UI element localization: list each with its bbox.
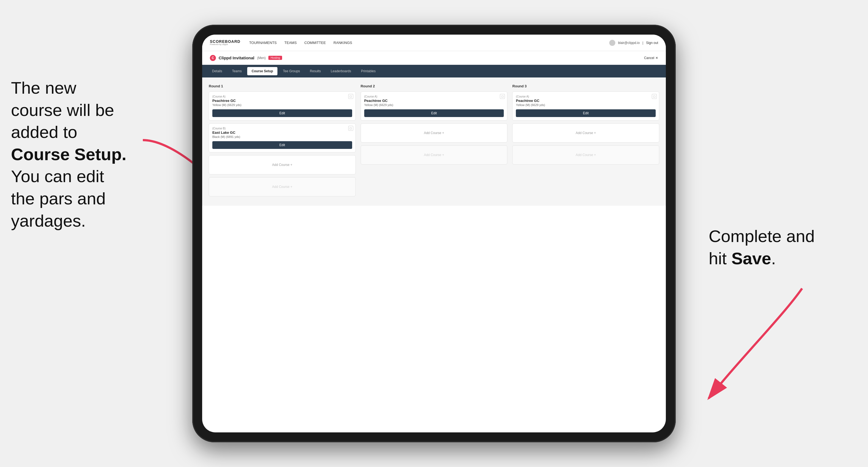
round-2-course-a-detail: Yellow (M) (6629 yds) (364, 103, 504, 106)
round-1-course-a-detail: Yellow (M) (6629 yds) (212, 103, 352, 106)
annotation-right-bold: Save (732, 249, 771, 268)
annotation-right: Complete and hit Save. (709, 225, 846, 270)
nav-link-rankings[interactable]: RANKINGS (334, 41, 352, 45)
nav-links: TOURNAMENTS TEAMS COMMITTEE RANKINGS (249, 41, 609, 45)
tab-leaderboards[interactable]: Leaderboards (326, 67, 355, 75)
round-2-course-a-edit-button[interactable]: Edit (364, 109, 504, 117)
nav-link-committee[interactable]: COMMITTEE (304, 41, 326, 45)
main-content: Round 1 (Course A) Peachtree GC Yellow (… (202, 77, 666, 206)
cancel-button[interactable]: Cancel ✕ (644, 56, 658, 60)
annotation-line-3: added to (11, 123, 77, 142)
annotation-line-7: yardages. (11, 211, 86, 230)
tablet-frame: SCOREBOARD Powered by clippd TOURNAMENTS… (192, 25, 676, 442)
tournament-title: Clippd Invitational (219, 56, 254, 60)
tournament-logo-icon: C (210, 55, 216, 61)
round-2-add-course-label: Add Course + (424, 131, 444, 135)
round-1-course-a-card: (Course A) Peachtree GC Yellow (M) (6629… (209, 91, 356, 121)
round-3-course-a-name: Peachtree GC (516, 99, 656, 103)
round-3-add-course-label: Add Course + (576, 131, 596, 135)
round-2-add-course-disabled: Add Course + (361, 145, 507, 164)
round-1-course-b-label: (Course B) (212, 127, 352, 130)
round-1-course-a-name: Peachtree GC (212, 99, 352, 103)
round-2-title: Round 2 (361, 84, 507, 88)
round-1-course-a-delete-button[interactable]: □ (348, 94, 353, 99)
round-3-add-course-disabled-label: Add Course + (576, 153, 596, 157)
round-1-course-b-detail: Black (M) (6891 yds) (212, 135, 352, 138)
annotation-right-line-2: hit (709, 249, 732, 268)
round-1-add-course-label: Add Course + (272, 163, 292, 167)
round-2-course-a-label: (Course A) (364, 95, 504, 98)
round-1-course-a-label: (Course A) (212, 95, 352, 98)
tab-details[interactable]: Details (208, 67, 227, 75)
cancel-icon: ✕ (655, 56, 658, 60)
nav-link-teams[interactable]: TEAMS (284, 41, 297, 45)
nav-divider: | (643, 41, 643, 45)
round-1-column: Round 1 (Course A) Peachtree GC Yellow (… (209, 84, 356, 199)
sub-tabs: Details Teams Course Setup Tee Groups Re… (202, 65, 666, 77)
tournament-name-group: C Clippd Invitational (Men) Hosting (210, 55, 282, 61)
round-1-course-b-edit-button[interactable]: Edit (212, 141, 352, 149)
round-3-course-a-delete-button[interactable]: □ (652, 94, 657, 99)
tab-printables[interactable]: Printables (356, 67, 380, 75)
round-1-course-b-name: East Lake GC (212, 130, 352, 134)
round-2-course-a-name: Peachtree GC (364, 99, 504, 103)
round-3-add-course-button[interactable]: Add Course + (512, 123, 659, 143)
nav-logo: SCOREBOARD Powered by clippd (210, 39, 240, 45)
annotation-line-2: course will be (11, 100, 114, 120)
round-3-course-a-label: (Course A) (516, 95, 656, 98)
round-1-title: Round 1 (209, 84, 356, 88)
logo-sub: Powered by clippd (210, 43, 240, 46)
nav-email: blair@clippd.io (618, 41, 640, 45)
round-2-column: Round 2 (Course A) Peachtree GC Yellow (… (361, 84, 507, 199)
round-3-course-a-edit-button[interactable]: Edit (516, 109, 656, 117)
tab-teams[interactable]: Teams (228, 67, 246, 75)
cancel-label: Cancel (644, 56, 654, 60)
annotation-right-line-1: Complete and (709, 227, 815, 246)
round-1-course-b-card: (Course B) East Lake GC Black (M) (6891 … (209, 123, 356, 152)
annotation-line-5: You can edit (11, 167, 104, 186)
round-3-course-a-card: (Course A) Peachtree GC Yellow (M) (6629… (512, 91, 659, 121)
nav-right: blair@clippd.io | Sign out (609, 40, 658, 46)
tablet-screen: SCOREBOARD Powered by clippd TOURNAMENTS… (202, 35, 666, 432)
annotation-line-1: The new (11, 78, 76, 97)
nav-avatar (609, 40, 615, 46)
round-1-add-course-button[interactable]: Add Course + (209, 155, 356, 175)
round-2-course-a-card: (Course A) Peachtree GC Yellow (M) (6629… (361, 91, 507, 121)
tournament-bar: C Clippd Invitational (Men) Hosting Canc… (202, 51, 666, 65)
round-2-add-course-button[interactable]: Add Course + (361, 123, 507, 143)
tournament-status-badge: Hosting (268, 56, 282, 60)
round-2-course-a-delete-button[interactable]: □ (500, 94, 505, 99)
round-1-course-b-delete-button[interactable]: □ (348, 126, 353, 131)
round-3-add-course-disabled: Add Course + (512, 145, 659, 164)
tournament-logo-letter: C (212, 56, 214, 60)
round-3-column: Round 3 (Course A) Peachtree GC Yellow (… (512, 84, 659, 199)
round-1-add-course-disabled: Add Course + (209, 177, 356, 196)
annotation-line-6: the pars and (11, 189, 106, 208)
round-2-add-course-disabled-label: Add Course + (424, 153, 444, 157)
nav-link-tournaments[interactable]: TOURNAMENTS (249, 41, 277, 45)
round-1-course-a-edit-button[interactable]: Edit (212, 109, 352, 117)
sign-out-link[interactable]: Sign out (646, 41, 658, 45)
annotation-right-line-3: . (771, 249, 776, 268)
round-3-title: Round 3 (512, 84, 659, 88)
arrow-right (687, 275, 824, 412)
tab-tee-groups[interactable]: Tee Groups (279, 67, 304, 75)
rounds-container: Round 1 (Course A) Peachtree GC Yellow (… (209, 84, 659, 199)
annotation-line-4: Course Setup. (11, 145, 126, 164)
tournament-gender: (Men) (257, 56, 266, 60)
tab-course-setup[interactable]: Course Setup (247, 67, 277, 75)
tab-results[interactable]: Results (305, 67, 325, 75)
round-3-course-a-detail: Yellow (M) (6629 yds) (516, 103, 656, 106)
top-nav: SCOREBOARD Powered by clippd TOURNAMENTS… (202, 35, 666, 51)
annotation-left: The new course will be added to Course S… (11, 77, 170, 232)
round-1-add-course-disabled-label: Add Course + (272, 185, 292, 189)
